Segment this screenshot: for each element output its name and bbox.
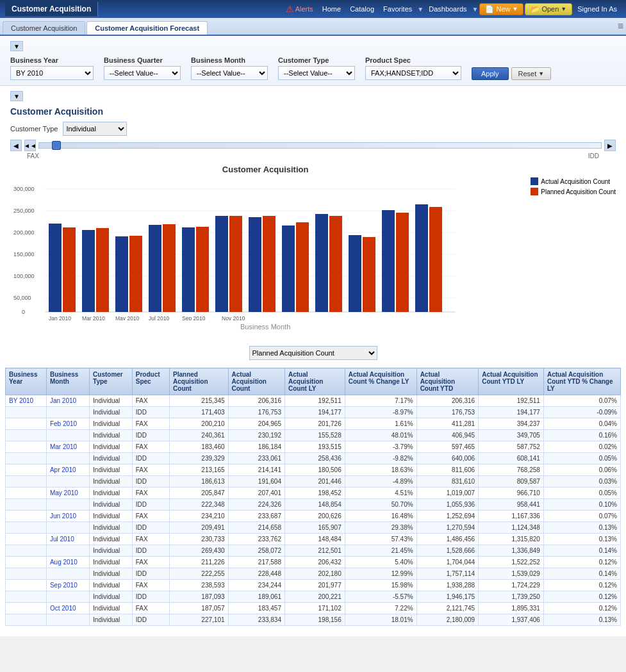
th-actual-ly: Actual Acquisition Count LY	[285, 368, 345, 395]
td-spec: IDD	[132, 476, 169, 488]
bar-actual-jan	[49, 224, 62, 312]
td-type: Individual	[90, 430, 133, 441]
td-actual: 214,658	[228, 522, 284, 534]
business-year-select[interactable]: BY 2010	[10, 66, 94, 80]
slider-rewind-button[interactable]: ◄◄	[24, 140, 36, 151]
favorites-link[interactable]: Favorites	[379, 4, 416, 14]
business-month-select[interactable]: --Select Value--	[191, 66, 268, 80]
table-body: BY 2010Jan 2010IndividualFAX215,345206,3…	[6, 395, 621, 626]
catalog-link[interactable]: Catalog	[346, 4, 378, 14]
bar-actual-jun	[215, 216, 228, 312]
td-actual: 233,061	[228, 453, 284, 464]
table-row: IndividualIDD222,348224,326148,85450.70%…	[6, 499, 621, 511]
dashboards-chevron: ▼	[472, 6, 479, 13]
bar-actual-feb	[82, 230, 95, 312]
td-actual-ly: 201,977	[285, 580, 345, 591]
td-actual: 183,457	[228, 603, 284, 614]
td-ytd-ly: 1,124,348	[479, 522, 544, 534]
ct-select[interactable]: Individual	[63, 122, 127, 136]
signed-in-link[interactable]: Signed In As	[573, 4, 621, 14]
td-spec: FAX	[132, 395, 169, 407]
bar-actual-dec	[415, 204, 428, 312]
month-link[interactable]: Apr 2010	[50, 466, 76, 473]
dashboards-link[interactable]: Dashboards	[425, 4, 470, 14]
td-actual-ly: 200,221	[285, 591, 345, 603]
bar-planned-feb	[96, 228, 109, 312]
td-type: Individual	[90, 395, 133, 407]
table-row: Oct 2010IndividualFAX187,057183,457171,1…	[6, 603, 621, 614]
tab-customer-acquisition-forecast[interactable]: Customer Acquisition Forecast	[86, 21, 208, 35]
td-year	[6, 476, 47, 488]
td-ytd: 811,606	[416, 464, 479, 476]
metric-select[interactable]: Planned Acquisition CountActual Acquisit…	[249, 346, 377, 360]
td-actual: 217,588	[228, 557, 284, 568]
filter-collapse-button[interactable]: ▼	[10, 41, 23, 51]
td-actual-ly: 148,854	[285, 499, 345, 511]
td-ytd-ly: 394,237	[479, 418, 544, 430]
customer-type-label: Customer Type	[278, 56, 355, 64]
td-pct-change: 1.61%	[345, 418, 416, 430]
td-month: Aug 2010	[46, 557, 89, 568]
td-type: Individual	[90, 534, 133, 545]
month-link[interactable]: May 2010	[50, 489, 78, 496]
month-link[interactable]: Aug 2010	[50, 559, 78, 566]
open-button[interactable]: 📂 Open ▼	[525, 3, 572, 15]
reset-button[interactable]: Reset ▼	[511, 67, 552, 80]
table-row: May 2010IndividualFAX205,847207,401198,4…	[6, 488, 621, 499]
td-pct-change: 5.40%	[345, 557, 416, 568]
td-month	[46, 499, 89, 511]
td-ytd-pct: 0.14%	[543, 545, 620, 557]
month-link[interactable]: Mar 2010	[50, 443, 77, 450]
th-actual-count: Actual Acquisition Count	[228, 368, 284, 395]
td-ytd-pct: 0.16%	[543, 430, 620, 441]
td-spec: IDD	[132, 545, 169, 557]
new-button[interactable]: 📄 New ▼	[479, 3, 523, 15]
td-ytd-ly: 1,895,331	[479, 603, 544, 614]
td-ytd: 1,019,007	[416, 488, 479, 499]
td-ytd: 640,006	[416, 453, 479, 464]
data-table-wrapper: Business Year Business Month Customer Ty…	[0, 368, 626, 636]
td-actual-ly: 148,484	[285, 534, 345, 545]
td-planned: 230,733	[170, 534, 228, 545]
td-spec: IDD	[132, 614, 169, 626]
month-link[interactable]: Sep 2010	[50, 582, 78, 589]
td-planned: 222,348	[170, 499, 228, 511]
td-actual-ly: 194,177	[285, 407, 345, 418]
td-pct-change: 21.45%	[345, 545, 416, 557]
ca-collapse-button[interactable]: ▼	[10, 91, 23, 101]
tab-menu-icon[interactable]: ≡	[618, 20, 623, 32]
apply-button[interactable]: Apply	[472, 67, 509, 80]
month-link[interactable]: Feb 2010	[50, 420, 77, 427]
business-quarter-select[interactable]: --Select Value--	[104, 66, 181, 80]
slider-right-arrow[interactable]: ▶	[604, 140, 616, 151]
td-month: Mar 2010	[46, 441, 89, 453]
td-ytd: 597,465	[416, 441, 479, 453]
td-ytd-ly: 1,937,406	[479, 614, 544, 626]
td-spec: FAX	[132, 511, 169, 522]
td-actual-ly: 192,511	[285, 395, 345, 407]
td-type: Individual	[90, 441, 133, 453]
month-link[interactable]: Jul 2010	[50, 536, 74, 543]
td-year	[6, 580, 47, 591]
td-ytd-ly: 192,511	[479, 395, 544, 407]
slider-track[interactable]	[38, 142, 602, 149]
td-actual: 228,448	[228, 568, 284, 580]
customer-type-select[interactable]: --Select Value--	[278, 66, 355, 80]
product-spec-select[interactable]: FAX;HANDSET;IDD	[365, 66, 461, 80]
home-link[interactable]: Home	[318, 4, 345, 14]
alert-icon[interactable]: ⚠	[286, 4, 294, 14]
month-link[interactable]: Jan 2010	[50, 397, 76, 404]
slider-thumb[interactable]	[52, 141, 61, 150]
tab-customer-acquisition[interactable]: Customer Acquisition	[3, 21, 85, 35]
th-business-year: Business Year	[6, 368, 47, 395]
table-row: Apr 2010IndividualFAX213,165214,141180,5…	[6, 464, 621, 476]
td-ytd-ly: 349,705	[479, 430, 544, 441]
slider-left-arrow[interactable]: ◀	[10, 140, 22, 151]
td-month	[46, 568, 89, 580]
alert-label[interactable]: Alerts	[295, 5, 313, 13]
month-link[interactable]: Oct 2010	[50, 605, 76, 612]
bar-planned-mar	[129, 236, 142, 312]
td-actual: 224,326	[228, 499, 284, 511]
year-link[interactable]: BY 2010	[9, 397, 33, 404]
month-link[interactable]: Jun 2010	[50, 512, 76, 520]
